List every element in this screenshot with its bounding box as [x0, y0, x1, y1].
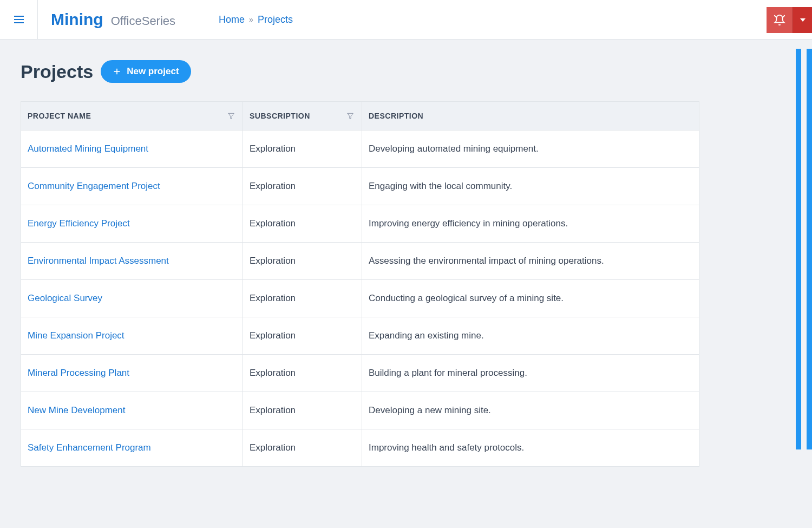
table-row: New Mine DevelopmentExplorationDevelopin…	[21, 392, 699, 429]
app-header: Mining OfficeSeries Home » Projects	[0, 0, 812, 40]
cell-subscription: Exploration	[243, 243, 362, 280]
table-row: Mineral Processing PlantExplorationBuild…	[21, 355, 699, 392]
cell-project-name: Geological Survey	[21, 280, 243, 317]
breadcrumb-home-link[interactable]: Home	[219, 14, 245, 25]
header-actions	[767, 7, 812, 33]
breadcrumb: Home » Projects	[219, 14, 293, 25]
notifications-button[interactable]	[767, 7, 793, 33]
project-link[interactable]: Geological Survey	[28, 293, 102, 303]
column-header-description[interactable]: DESCRIPTION	[362, 102, 699, 131]
project-link[interactable]: Mineral Processing Plant	[28, 368, 129, 378]
main-content: Projects New project PROJECT NAME SUBSCR…	[0, 40, 812, 467]
cell-description: Expanding an existing mine.	[362, 317, 699, 355]
hamburger-icon	[12, 13, 25, 26]
breadcrumb-separator-icon: »	[249, 15, 253, 24]
cell-project-name: New Mine Development	[21, 392, 243, 429]
cell-description: Building a plant for mineral processing.	[362, 355, 699, 392]
page-head: Projects New project	[21, 60, 791, 83]
cell-project-name: Mine Expansion Project	[21, 317, 243, 355]
cell-description: Improving health and safety protocols.	[362, 429, 699, 467]
filter-icon	[227, 112, 235, 120]
svg-marker-6	[228, 113, 234, 118]
table-row: Environmental Impact AssessmentExplorati…	[21, 243, 699, 280]
project-link[interactable]: Safety Enhancement Program	[28, 442, 151, 453]
cell-description: Developing automated mining equipment.	[362, 131, 699, 168]
brand-block: Mining OfficeSeries	[38, 10, 175, 29]
cell-subscription: Exploration	[243, 168, 362, 205]
user-menu-dropdown-button[interactable]	[793, 7, 812, 33]
table-row: Geological SurveyExplorationConducting a…	[21, 280, 699, 317]
brand-suffix: OfficeSeries	[111, 14, 175, 28]
project-link[interactable]: New Mine Development	[28, 405, 125, 415]
project-link[interactable]: Community Engagement Project	[28, 181, 160, 191]
column-header-description-label: DESCRIPTION	[369, 112, 423, 120]
project-link[interactable]: Mine Expansion Project	[28, 330, 125, 341]
scrollbar-indicator[interactable]	[807, 49, 812, 449]
new-project-button-label: New project	[127, 66, 179, 77]
cell-description: Engaging with the local community.	[362, 168, 699, 205]
filter-name-button[interactable]	[227, 112, 235, 120]
bell-icon	[774, 14, 785, 26]
cell-subscription: Exploration	[243, 429, 362, 467]
svg-marker-3	[800, 18, 806, 22]
cell-subscription: Exploration	[243, 317, 362, 355]
column-header-name-label: PROJECT NAME	[28, 112, 91, 120]
table-row: Energy Efficiency ProjectExplorationImpr…	[21, 205, 699, 243]
projects-table: PROJECT NAME SUBSCRIPTION DESCRIPTION Au…	[21, 101, 699, 467]
cell-subscription: Exploration	[243, 392, 362, 429]
cell-description: Improving energy efficiency in mining op…	[362, 205, 699, 243]
svg-marker-7	[348, 113, 353, 118]
scrollbar-indicator[interactable]	[796, 49, 801, 449]
plus-icon	[113, 67, 121, 76]
project-link[interactable]: Automated Mining Equipment	[28, 144, 148, 154]
breadcrumb-current-link[interactable]: Projects	[258, 14, 293, 25]
menu-toggle-button[interactable]	[0, 0, 38, 40]
column-header-name[interactable]: PROJECT NAME	[21, 102, 243, 131]
project-link[interactable]: Energy Efficiency Project	[28, 218, 130, 229]
cell-project-name: Environmental Impact Assessment	[21, 243, 243, 280]
cell-project-name: Safety Enhancement Program	[21, 429, 243, 467]
project-link[interactable]: Environmental Impact Assessment	[28, 256, 169, 266]
cell-project-name: Energy Efficiency Project	[21, 205, 243, 243]
filter-icon	[346, 112, 354, 120]
cell-subscription: Exploration	[243, 131, 362, 168]
filter-subscription-button[interactable]	[346, 112, 354, 120]
cell-subscription: Exploration	[243, 205, 362, 243]
table-row: Community Engagement ProjectExplorationE…	[21, 168, 699, 205]
cell-subscription: Exploration	[243, 280, 362, 317]
cell-project-name: Community Engagement Project	[21, 168, 243, 205]
table-row: Automated Mining EquipmentExplorationDev…	[21, 131, 699, 168]
cell-description: Assessing the environmental impact of mi…	[362, 243, 699, 280]
caret-down-icon	[800, 17, 806, 23]
cell-project-name: Mineral Processing Plant	[21, 355, 243, 392]
new-project-button[interactable]: New project	[101, 60, 191, 83]
cell-description: Developing a new mining site.	[362, 392, 699, 429]
column-header-subscription[interactable]: SUBSCRIPTION	[243, 102, 362, 131]
cell-project-name: Automated Mining Equipment	[21, 131, 243, 168]
cell-subscription: Exploration	[243, 355, 362, 392]
table-row: Mine Expansion ProjectExplorationExpandi…	[21, 317, 699, 355]
page-title: Projects	[21, 61, 93, 82]
cell-description: Conducting a geological survey of a mini…	[362, 280, 699, 317]
brand-name: Mining	[51, 10, 103, 29]
table-row: Safety Enhancement ProgramExplorationImp…	[21, 429, 699, 467]
column-header-subscription-label: SUBSCRIPTION	[250, 112, 310, 120]
